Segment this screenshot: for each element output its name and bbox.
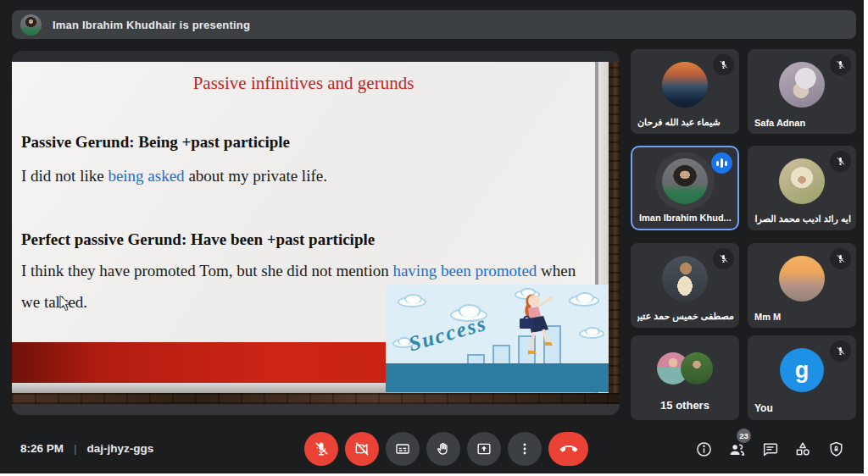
slide-heading-perfect-passive: Perfect passive Gerund: Have been +past … [21, 230, 375, 249]
presentation-feed[interactable]: Passive infinitives and gerunds Passive … [12, 51, 620, 415]
climbing-woman-illustration [494, 290, 570, 368]
sentence1-pre: I did not like [21, 167, 108, 185]
overflow-avatars [657, 352, 713, 385]
activities-button[interactable] [793, 439, 813, 459]
participant-name: Iman Ibrahim Khud... [639, 213, 732, 223]
avatar [662, 62, 708, 108]
end-call-button[interactable] [548, 432, 588, 466]
meeting-code: daj-jhyz-ggs [87, 442, 154, 455]
presenter-avatar [20, 14, 42, 36]
presenting-banner: Iman Ibrahim Khudhair is presenting [12, 10, 856, 39]
mouse-cursor [58, 295, 71, 313]
captions-button[interactable] [386, 432, 420, 466]
participant-tile-active-speaker[interactable]: Iman Ibrahim Khud... [631, 146, 739, 230]
success-band [386, 363, 609, 392]
participant-tile-overflow[interactable]: 15 others [631, 335, 739, 420]
end-call-icon [559, 440, 578, 458]
activities-icon [793, 440, 812, 458]
overflow-count: 15 others [631, 399, 739, 412]
meeting-panels: 23 [693, 439, 846, 459]
chat-button[interactable] [760, 439, 780, 459]
raise-hand-icon [435, 440, 452, 457]
participant-tile[interactable]: شيماء عبد الله فرحان [631, 49, 739, 134]
participant-tile-self[interactable]: g You [748, 335, 856, 420]
sentence2-pre: I think they have promoted Tom, but she … [21, 262, 392, 280]
more-options-icon [516, 440, 533, 457]
mic-muted-icon [713, 54, 734, 75]
present-icon [476, 440, 492, 457]
presenting-banner-text: Iman Ibrahim Khudhair is presenting [53, 19, 250, 31]
meeting-info: 8:26 PM | daj-jhyz-ggs [20, 442, 153, 455]
more-options-button[interactable] [508, 432, 542, 466]
info-icon [695, 440, 713, 458]
participant-name: Safa Adnan [754, 118, 805, 128]
host-controls-icon [827, 440, 845, 458]
avatar [779, 256, 825, 302]
participant-tile[interactable]: ايه رائد اديب محمد الصراف [748, 146, 856, 230]
feed-letterbox [12, 404, 620, 415]
participant-name: ايه رائد اديب محمد الصراف [754, 213, 851, 224]
clock-time: 8:26 PM [20, 442, 64, 455]
avatar [779, 158, 825, 204]
camera-off-button[interactable] [345, 432, 379, 466]
mic-muted-icon [713, 248, 734, 269]
screen-edge [864, 0, 868, 476]
participant-name: Mm M [754, 312, 781, 322]
participant-tile[interactable]: Mm M [748, 243, 856, 328]
raise-hand-button[interactable] [426, 432, 460, 466]
participant-tile[interactable]: Safa Adnan [748, 49, 856, 134]
camera-off-icon [353, 440, 370, 457]
success-clipart: Success [386, 285, 609, 392]
info-button[interactable] [693, 439, 714, 459]
cloud-icon [398, 296, 426, 307]
sentence2-highlight: having been promoted [392, 262, 537, 280]
captions-icon [394, 440, 411, 457]
mic-muted-icon [830, 340, 851, 362]
speaking-indicator-icon [711, 152, 732, 174]
sentence1-highlight: being asked [108, 167, 184, 185]
people-button[interactable]: 23 [726, 439, 747, 459]
avatar-letter: g [780, 348, 824, 392]
slide-sentence-1: I did not like being asked about my priv… [21, 160, 594, 191]
participant-name: شيماء عبد الله فرحان [637, 117, 721, 128]
present-button[interactable] [467, 432, 501, 466]
mic-off-icon [313, 440, 330, 457]
avatar [662, 158, 708, 204]
meet-window: Iman Ibrahim Khudhair is presenting Pass… [0, 0, 868, 476]
mic-off-button[interactable] [304, 432, 338, 466]
mic-muted-icon [830, 248, 851, 269]
chat-icon [761, 440, 779, 458]
slide-title: Passive infinitives and gerunds [12, 73, 595, 94]
brick-wall-bottom [12, 393, 620, 404]
participant-tile[interactable]: مصطفى خميس حمد عتين [631, 243, 739, 328]
separator: | [74, 442, 77, 455]
mic-muted-icon [830, 151, 851, 172]
avatar [779, 62, 825, 108]
participant-name: You [754, 402, 773, 414]
slide-heading-passive-gerund: Passive Gerund: Being +past participle [21, 133, 290, 152]
call-controls [304, 432, 588, 466]
participant-count-badge: 23 [737, 429, 751, 443]
brick-wall-right [609, 62, 620, 404]
mic-muted-icon [830, 54, 851, 75]
sentence1-post: about my private life. [185, 167, 327, 185]
cloud-icon [579, 329, 604, 339]
host-controls-button[interactable] [826, 439, 846, 459]
participant-name: مصطفى خميس حمد عتين [637, 311, 734, 322]
avatar [662, 256, 708, 302]
cloud-icon [569, 295, 599, 307]
